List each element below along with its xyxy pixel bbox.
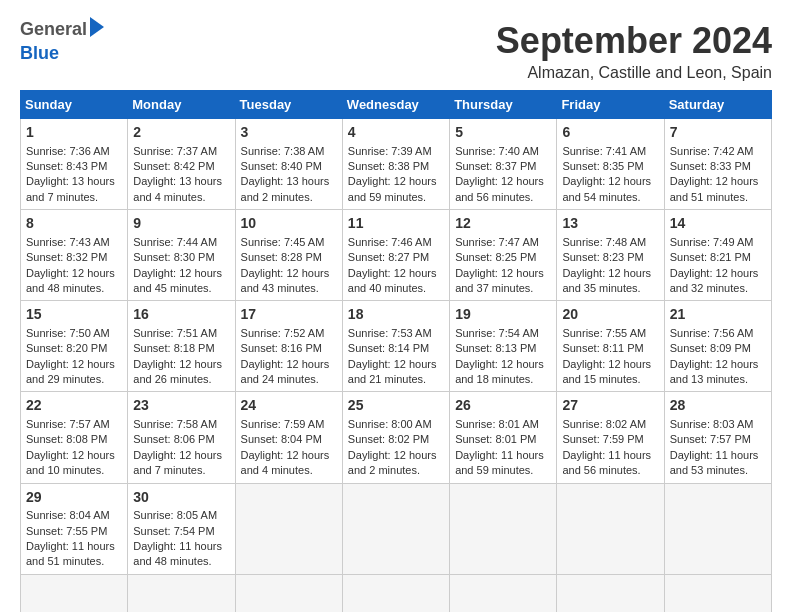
sunset-label: Sunset: 7:54 PM [133, 525, 214, 537]
sunset-label: Sunset: 8:32 PM [26, 251, 107, 263]
day-cell-18: 18 Sunrise: 7:53 AM Sunset: 8:14 PM Dayl… [342, 301, 449, 392]
logo-general: General [20, 20, 104, 40]
sunset-label: Sunset: 7:59 PM [562, 433, 643, 445]
sunset-label: Sunset: 8:23 PM [562, 251, 643, 263]
daylight-label: Daylight: 12 hours and 54 minutes. [562, 175, 651, 202]
sunrise-label: Sunrise: 7:40 AM [455, 145, 539, 157]
sunset-label: Sunset: 8:25 PM [455, 251, 536, 263]
col-sunday: Sunday [21, 91, 128, 119]
sunrise-label: Sunrise: 7:39 AM [348, 145, 432, 157]
sunrise-label: Sunrise: 7:52 AM [241, 327, 325, 339]
day-number: 18 [348, 305, 444, 325]
empty-cell [342, 574, 449, 612]
sunrise-label: Sunrise: 7:36 AM [26, 145, 110, 157]
sunset-label: Sunset: 8:20 PM [26, 342, 107, 354]
sunrise-label: Sunrise: 7:41 AM [562, 145, 646, 157]
daylight-label: Daylight: 12 hours and 56 minutes. [455, 175, 544, 202]
day-number: 28 [670, 396, 766, 416]
daylight-label: Daylight: 11 hours and 59 minutes. [455, 449, 544, 476]
daylight-label: Daylight: 12 hours and 32 minutes. [670, 267, 759, 294]
day-cell-13: 13 Sunrise: 7:48 AM Sunset: 8:23 PM Dayl… [557, 210, 664, 301]
col-friday: Friday [557, 91, 664, 119]
day-number: 21 [670, 305, 766, 325]
day-cell-24: 24 Sunrise: 7:59 AM Sunset: 8:04 PM Dayl… [235, 392, 342, 483]
sunset-label: Sunset: 8:37 PM [455, 160, 536, 172]
sunset-label: Sunset: 8:18 PM [133, 342, 214, 354]
day-number: 25 [348, 396, 444, 416]
empty-cell [450, 574, 557, 612]
daylight-label: Daylight: 11 hours and 56 minutes. [562, 449, 651, 476]
day-cell-10: 10 Sunrise: 7:45 AM Sunset: 8:28 PM Dayl… [235, 210, 342, 301]
sunset-label: Sunset: 8:06 PM [133, 433, 214, 445]
sunrise-label: Sunrise: 7:38 AM [241, 145, 325, 157]
daylight-label: Daylight: 12 hours and 21 minutes. [348, 358, 437, 385]
sunrise-label: Sunrise: 7:46 AM [348, 236, 432, 248]
day-cell-2: 2 Sunrise: 7:37 AM Sunset: 8:42 PM Dayli… [128, 119, 235, 210]
day-number: 3 [241, 123, 337, 143]
day-number: 7 [670, 123, 766, 143]
sunset-label: Sunset: 8:28 PM [241, 251, 322, 263]
sunset-label: Sunset: 7:55 PM [26, 525, 107, 537]
empty-cell [21, 574, 128, 612]
day-number: 27 [562, 396, 658, 416]
daylight-label: Daylight: 12 hours and 18 minutes. [455, 358, 544, 385]
sunrise-label: Sunrise: 7:51 AM [133, 327, 217, 339]
day-number: 9 [133, 214, 229, 234]
sunrise-label: Sunrise: 8:04 AM [26, 509, 110, 521]
day-number: 1 [26, 123, 122, 143]
daylight-label: Daylight: 12 hours and 2 minutes. [348, 449, 437, 476]
day-cell-16: 16 Sunrise: 7:51 AM Sunset: 8:18 PM Dayl… [128, 301, 235, 392]
sunset-label: Sunset: 7:57 PM [670, 433, 751, 445]
sunrise-label: Sunrise: 8:00 AM [348, 418, 432, 430]
empty-cell [450, 483, 557, 574]
day-number: 15 [26, 305, 122, 325]
sunset-label: Sunset: 8:09 PM [670, 342, 751, 354]
day-number: 29 [26, 488, 122, 508]
calendar-row: 22 Sunrise: 7:57 AM Sunset: 8:08 PM Dayl… [21, 392, 772, 483]
sunrise-label: Sunrise: 7:44 AM [133, 236, 217, 248]
day-cell-6: 6 Sunrise: 7:41 AM Sunset: 8:35 PM Dayli… [557, 119, 664, 210]
sunrise-label: Sunrise: 7:53 AM [348, 327, 432, 339]
day-number: 2 [133, 123, 229, 143]
sunset-label: Sunset: 8:43 PM [26, 160, 107, 172]
title-area: September 2024 Almazan, Castille and Leo… [496, 20, 772, 82]
sunrise-label: Sunrise: 8:02 AM [562, 418, 646, 430]
calendar-row [21, 574, 772, 612]
calendar-row: 15 Sunrise: 7:50 AM Sunset: 8:20 PM Dayl… [21, 301, 772, 392]
day-number: 11 [348, 214, 444, 234]
daylight-label: Daylight: 12 hours and 24 minutes. [241, 358, 330, 385]
empty-cell [235, 574, 342, 612]
day-cell-4: 4 Sunrise: 7:39 AM Sunset: 8:38 PM Dayli… [342, 119, 449, 210]
day-cell-3: 3 Sunrise: 7:38 AM Sunset: 8:40 PM Dayli… [235, 119, 342, 210]
calendar-row: 8 Sunrise: 7:43 AM Sunset: 8:32 PM Dayli… [21, 210, 772, 301]
day-number: 19 [455, 305, 551, 325]
calendar-body: 1 Sunrise: 7:36 AM Sunset: 8:43 PM Dayli… [21, 119, 772, 613]
daylight-label: Daylight: 13 hours and 2 minutes. [241, 175, 330, 202]
daylight-label: Daylight: 11 hours and 48 minutes. [133, 540, 222, 567]
sunrise-label: Sunrise: 7:54 AM [455, 327, 539, 339]
sunset-label: Sunset: 8:02 PM [348, 433, 429, 445]
sunset-label: Sunset: 8:08 PM [26, 433, 107, 445]
daylight-label: Daylight: 12 hours and 13 minutes. [670, 358, 759, 385]
day-cell-9: 9 Sunrise: 7:44 AM Sunset: 8:30 PM Dayli… [128, 210, 235, 301]
sunrise-label: Sunrise: 7:49 AM [670, 236, 754, 248]
daylight-label: Daylight: 13 hours and 4 minutes. [133, 175, 222, 202]
empty-cell [664, 483, 771, 574]
logo-blue: Blue [20, 44, 59, 64]
sunset-label: Sunset: 8:01 PM [455, 433, 536, 445]
daylight-label: Daylight: 12 hours and 48 minutes. [26, 267, 115, 294]
day-cell-29: 29 Sunrise: 8:04 AM Sunset: 7:55 PM Dayl… [21, 483, 128, 574]
daylight-label: Daylight: 12 hours and 37 minutes. [455, 267, 544, 294]
daylight-label: Daylight: 13 hours and 7 minutes. [26, 175, 115, 202]
sunrise-label: Sunrise: 7:57 AM [26, 418, 110, 430]
sunset-label: Sunset: 8:27 PM [348, 251, 429, 263]
sunrise-label: Sunrise: 7:48 AM [562, 236, 646, 248]
daylight-label: Daylight: 12 hours and 26 minutes. [133, 358, 222, 385]
day-number: 8 [26, 214, 122, 234]
sunset-label: Sunset: 8:13 PM [455, 342, 536, 354]
day-cell-27: 27 Sunrise: 8:02 AM Sunset: 7:59 PM Dayl… [557, 392, 664, 483]
empty-cell [557, 574, 664, 612]
sunrise-label: Sunrise: 7:59 AM [241, 418, 325, 430]
day-number: 26 [455, 396, 551, 416]
empty-cell [557, 483, 664, 574]
